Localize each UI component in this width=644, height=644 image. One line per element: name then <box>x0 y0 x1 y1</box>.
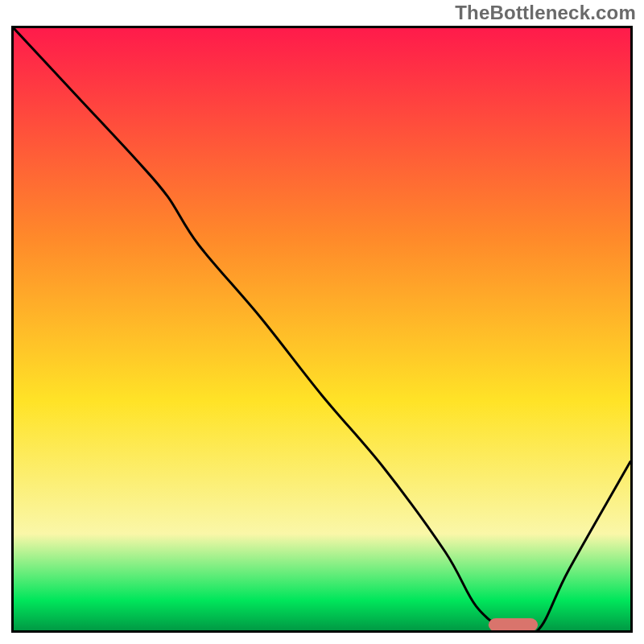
optimal-range-marker <box>489 618 538 630</box>
chart-svg <box>14 28 630 630</box>
watermark-text: TheBottleneck.com <box>455 2 636 24</box>
plot-area <box>11 26 633 633</box>
chart-container: TheBottleneck.com <box>0 0 644 644</box>
gradient-rect <box>14 28 630 630</box>
